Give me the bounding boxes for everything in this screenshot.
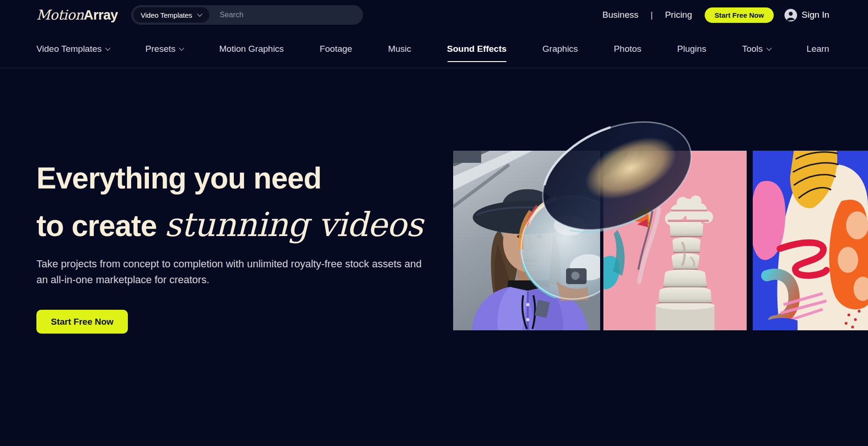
motionarray-logo[interactable]: MotionArray (36, 7, 118, 23)
hero-description: Take projects from concept to completion… (36, 256, 421, 288)
hero-image-illustration (753, 151, 868, 330)
sign-in-link[interactable]: Sign In (784, 9, 829, 21)
start-free-now-hero-button[interactable]: Start Free Now (36, 310, 128, 334)
nav-item-learn[interactable]: Learn (806, 44, 829, 54)
hero-description-line2: an all-in-one marketplace for creators. (36, 274, 210, 286)
start-free-now-header-button[interactable]: Start Free Now (705, 7, 774, 23)
chevron-down-icon (105, 45, 110, 50)
user-avatar-icon (784, 9, 797, 21)
search-category-label: Video Templates (141, 11, 192, 19)
nav-item-tools[interactable]: Tools (742, 44, 770, 54)
nav-item-video-templates[interactable]: Video Templates (36, 44, 110, 54)
sign-in-label: Sign In (802, 10, 829, 20)
hero-heading-line2-regular: to create (36, 209, 165, 243)
nav-item-sound-effects[interactable]: Sound Effects (447, 44, 507, 54)
top-header: MotionArray Video Templates Business | P… (0, 0, 868, 30)
header-actions: Business | Pricing Start Free Now Sign I… (602, 7, 829, 23)
nav-item-music[interactable]: Music (388, 44, 411, 54)
hero-heading: Everything you need to create stunning v… (36, 155, 423, 249)
hero-heading-line1: Everything you need (36, 161, 321, 195)
nav-item-motion-graphics[interactable]: Motion Graphics (219, 44, 284, 54)
hero-description-line1: Take projects from concept to completion… (36, 258, 421, 270)
chevron-down-icon (766, 45, 771, 50)
nav-item-presets[interactable]: Presets (146, 44, 183, 54)
nav-item-footage[interactable]: Footage (320, 44, 352, 54)
chevron-down-icon (179, 45, 184, 50)
header-links-divider: | (651, 10, 653, 20)
main-navigation: Video Templates Presets Motion Graphics … (0, 30, 868, 68)
nav-item-photos[interactable]: Photos (614, 44, 641, 54)
logo-array-text: Array (84, 7, 118, 23)
search-bar[interactable]: Video Templates (131, 5, 363, 25)
chevron-down-icon (197, 11, 202, 16)
hero-image-portrait (453, 151, 600, 330)
pricing-link[interactable]: Pricing (665, 10, 692, 20)
nav-item-plugins[interactable]: Plugins (677, 44, 706, 54)
logo-motion-text: Motion (36, 7, 84, 23)
business-link[interactable]: Business (602, 10, 638, 20)
hero-image-sculpture (603, 151, 747, 330)
search-input[interactable] (220, 7, 361, 23)
hero-heading-line2-italic: stunning videos (165, 205, 423, 244)
nav-item-graphics[interactable]: Graphics (542, 44, 578, 54)
search-category-dropdown[interactable]: Video Templates (133, 7, 210, 23)
